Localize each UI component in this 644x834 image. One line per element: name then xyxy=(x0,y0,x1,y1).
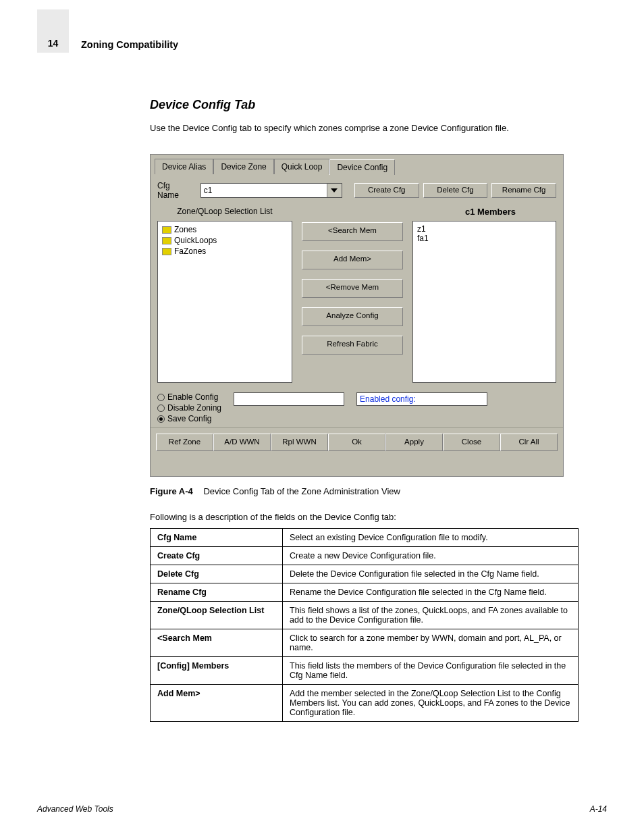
radio-icon xyxy=(157,394,165,401)
rename-cfg-button[interactable]: Rename Cfg xyxy=(491,183,556,198)
dialog-button-bar: Ref Zone A/D WWN Rpl WWN Ok Apply Close … xyxy=(151,427,563,457)
close-button[interactable]: Close xyxy=(443,434,500,451)
members-list[interactable]: z1 fa1 xyxy=(412,221,556,383)
analyze-config-button[interactable]: Analyze Config xyxy=(302,307,403,326)
table-row: Delete CfgDelete the Device Configuratio… xyxy=(151,565,579,583)
field-name: [Config] Members xyxy=(151,657,283,685)
list-item[interactable]: fa1 xyxy=(417,234,552,243)
enabled-config-field: Enabled config: xyxy=(356,392,487,406)
table-row: Zone/QLoop Selection ListThis field show… xyxy=(151,602,579,629)
tree-item-quickloops[interactable]: QuickLoops xyxy=(162,235,288,246)
ad-wwn-button[interactable]: A/D WWN xyxy=(213,434,271,451)
remove-mem-button[interactable]: <Remove Mem xyxy=(302,279,403,298)
footer-right: A-14 xyxy=(590,804,607,814)
tab-device-config[interactable]: Device Config xyxy=(329,159,395,175)
page-number-tab: 14 xyxy=(37,9,69,53)
folder-icon xyxy=(162,237,171,244)
page-number: 14 xyxy=(37,38,69,49)
tree-item-zones[interactable]: Zones xyxy=(162,224,288,235)
cfg-name-label: Cfg Name xyxy=(157,181,194,200)
table-row: Cfg NameSelect an existing Device Config… xyxy=(151,529,579,547)
section-title: Device Config Tab xyxy=(150,98,255,112)
remove-mem-label: <Remove Mem xyxy=(326,283,379,291)
refresh-label: Refresh Fabric xyxy=(327,340,377,348)
field-name: Create Cfg xyxy=(151,547,283,565)
figure-caption: Figure A-4 Device Config Tab of the Zone… xyxy=(150,486,400,496)
field-desc: This field shows a list of the zones, Qu… xyxy=(283,602,579,629)
cfg-name-input[interactable] xyxy=(201,184,327,197)
zone-selection-list[interactable]: Zones QuickLoops FaZones xyxy=(157,221,292,383)
radio-label: Enable Config xyxy=(167,392,218,402)
figure-number: Figure A-4 xyxy=(150,486,193,496)
tree-item-fazones[interactable]: FaZones xyxy=(162,246,288,257)
search-mem-button[interactable]: <Search Mem xyxy=(302,222,403,241)
table-intro: Following is a description of the fields… xyxy=(150,512,396,522)
zone-admin-dialog: Device Alias Device Zone Quick Loop Devi… xyxy=(150,154,564,477)
figure-title: Device Config Tab of the Zone Administra… xyxy=(203,486,400,496)
field-desc: This field lists the members of the Devi… xyxy=(283,657,579,685)
folder-icon xyxy=(162,226,171,234)
footer-left: Advanced Web Tools xyxy=(37,804,113,814)
folder-icon xyxy=(162,248,171,255)
ok-button[interactable]: Ok xyxy=(328,434,385,451)
rpl-wwn-button[interactable]: Rpl WWN xyxy=(271,434,328,451)
tab-device-alias[interactable]: Device Alias xyxy=(155,159,213,174)
zone-selection-header: Zone/QLoop Selection List xyxy=(157,207,292,217)
table-row: Rename CfgRename the Device Configuratio… xyxy=(151,583,579,602)
save-config-radio[interactable]: Save Config xyxy=(157,414,221,423)
search-mem-label: <Search Mem xyxy=(328,226,377,234)
field-name: <Search Mem xyxy=(151,629,283,657)
page-header-topic: Zoning Compatibility xyxy=(81,39,178,50)
disable-zoning-radio[interactable]: Disable Zoning xyxy=(157,403,221,413)
enable-config-radio[interactable]: Enable Config xyxy=(157,392,221,402)
table-row: Add Mem>Add the member selected in the Z… xyxy=(151,685,579,722)
field-name: Delete Cfg xyxy=(151,565,283,583)
section-intro: Use the Device Config tab to specify whi… xyxy=(150,122,582,135)
field-name: Rename Cfg xyxy=(151,583,283,602)
refresh-fabric-button[interactable]: Refresh Fabric xyxy=(302,336,403,355)
chevron-down-icon[interactable] xyxy=(327,184,342,197)
page-footer: Advanced Web Tools A-14 xyxy=(37,804,607,814)
field-desc: Select an existing Device Configuration … xyxy=(283,529,579,547)
tab-device-zone[interactable]: Device Zone xyxy=(213,159,273,174)
tree-label: Zones xyxy=(174,225,196,234)
field-desc: Rename the Device Configuration file sel… xyxy=(283,583,579,602)
field-desc: Click to search for a zone member by WWN… xyxy=(283,629,579,657)
analyze-label: Analyze Config xyxy=(326,311,378,319)
list-item[interactable]: z1 xyxy=(417,224,552,234)
table-row: Create CfgCreate a new Device Configurat… xyxy=(151,547,579,565)
radio-icon xyxy=(157,415,165,423)
cfg-toolbar: Cfg Name Create Cfg Delete Cfg Rename Cf… xyxy=(151,174,563,204)
field-desc: Create a new Device Configuration file. xyxy=(283,547,579,565)
radio-label: Save Config xyxy=(167,414,211,423)
add-mem-button[interactable]: Add Mem> xyxy=(302,251,403,269)
table-row: [Config] MembersThis field lists the mem… xyxy=(151,657,579,685)
tree-label: FaZones xyxy=(174,246,206,256)
field-desc: Add the member selected in the Zone/QLoo… xyxy=(283,685,579,722)
add-mem-label: Add Mem> xyxy=(333,255,371,263)
field-name: Cfg Name xyxy=(151,529,283,547)
field-description-table: Cfg NameSelect an existing Device Config… xyxy=(150,528,579,722)
delete-cfg-button[interactable]: Delete Cfg xyxy=(423,183,488,198)
screenshot-figure: Device Alias Device Zone Quick Loop Devi… xyxy=(150,154,564,477)
svg-marker-0 xyxy=(331,188,338,192)
config-name-field[interactable] xyxy=(234,392,344,406)
enabled-config-label: Enabled config: xyxy=(360,394,416,404)
tab-bar: Device Alias Device Zone Quick Loop Devi… xyxy=(151,155,563,174)
apply-button[interactable]: Apply xyxy=(385,434,443,451)
create-cfg-button[interactable]: Create Cfg xyxy=(354,183,419,198)
radio-icon xyxy=(157,405,165,412)
field-name: Add Mem> xyxy=(151,685,283,722)
members-header: c1 Members xyxy=(425,207,556,217)
tree-label: QuickLoops xyxy=(174,236,217,245)
clr-all-button[interactable]: Clr All xyxy=(500,434,558,451)
table-row: <Search MemClick to search for a zone me… xyxy=(151,629,579,657)
cfg-name-combo[interactable] xyxy=(200,183,342,198)
radio-label: Disable Zoning xyxy=(167,403,221,413)
ref-zone-button[interactable]: Ref Zone xyxy=(156,434,213,451)
field-name: Zone/QLoop Selection List xyxy=(151,602,283,629)
tab-quick-loop[interactable]: Quick Loop xyxy=(274,159,330,174)
transfer-buttons: <Search Mem Add Mem> <Remove Mem Analyze… xyxy=(302,222,403,355)
field-desc: Delete the Device Configuration file sel… xyxy=(283,565,579,583)
